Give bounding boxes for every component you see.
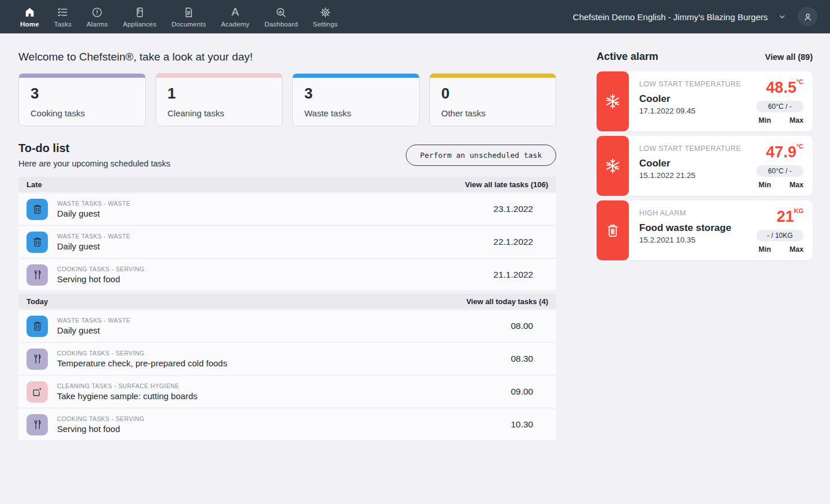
task-category: COOKING TASKS - SERVING (57, 415, 145, 422)
home-icon (24, 6, 36, 18)
alarm-limits: - / 10KG (756, 230, 803, 241)
stat-card-cooking[interactable]: 3 Cooking tasks (18, 73, 146, 126)
nav-items: Home Tasks Alarms (13, 3, 345, 31)
nav-item-alarms[interactable]: Alarms (79, 3, 115, 31)
todo-subtitle: Here are your upcoming scheduled tasks (18, 159, 171, 168)
task-time: 08.00 (511, 321, 548, 331)
task-category: COOKING TASKS - SERVING (57, 350, 227, 357)
task-title: Serving hot food (57, 424, 145, 434)
alarm-body: HIGH ALARM Food waste storage 15.2.2021 … (629, 200, 813, 260)
alarm-value-unit: KG (794, 207, 804, 214)
stat-card-cleaning[interactable]: 1 Cleaning tasks (156, 73, 283, 126)
alarm-minmax-labels: Min Max (759, 245, 803, 253)
trash-icon (27, 316, 48, 337)
alarm-datetime: 15.1.2022 21.25 (639, 171, 748, 180)
user-avatar[interactable] (798, 7, 817, 26)
appliances-icon (134, 6, 146, 18)
alarm-datetime: 15.2.2021 10.35 (639, 236, 748, 244)
nav-item-documents[interactable]: Documents (164, 3, 213, 31)
task-date: 21.1.2022 (493, 270, 548, 280)
section-label: Late (27, 180, 42, 189)
alarm-details: LOW START TEMPERATURE Cooler 15.1.2022 2… (639, 145, 748, 196)
task-category: COOKING TASKS - SERVING (57, 266, 145, 272)
task-row[interactable]: WASTE TASKS - WASTE Daily guest 08.00 (18, 310, 556, 342)
view-all-today-tasks-link[interactable]: View all today tasks (4) (466, 297, 548, 306)
max-label: Max (790, 245, 803, 253)
task-info: WASTE TASKS - WASTE Daily guest (57, 317, 130, 335)
nav-item-dashboard[interactable]: Dashboard (257, 3, 305, 31)
task-info: COOKING TASKS - SERVING Serving hot food (57, 266, 145, 284)
task-category: CLEANING TASKS - SURFACE HYGIENE (57, 382, 197, 389)
nav-item-settings[interactable]: Settings (305, 3, 345, 31)
max-label: Max (790, 116, 803, 124)
task-title: Daily guest (57, 209, 130, 218)
alarm-value-number: 48.5 (766, 79, 797, 96)
task-row[interactable]: WASTE TASKS - WASTE Daily guest 23.1.202… (18, 194, 556, 225)
min-label: Min (759, 116, 771, 124)
section-label: Today (27, 297, 48, 306)
task-category: WASTE TASKS - WASTE (57, 200, 130, 207)
task-row[interactable]: WASTE TASKS - WASTE Daily guest 22.1.202… (18, 226, 556, 257)
stat-cards: 3 Cooking tasks 1 Cleaning tasks 3 Waste… (18, 73, 556, 126)
alarm-card[interactable]: LOW START TEMPERATURE Cooler 17.1.2022 0… (597, 71, 813, 131)
alarm-header: Active alarm View all (89) (597, 51, 813, 63)
stat-count: 1 (168, 86, 282, 101)
nav-item-home[interactable]: Home (13, 3, 47, 31)
account-name[interactable]: Chefstein Demo English - Jimmy’s Blazing… (573, 12, 768, 22)
nav-item-tasks[interactable]: Tasks (47, 3, 79, 31)
academy-icon: A (232, 6, 239, 18)
task-date: 22.1.2022 (493, 237, 548, 247)
alarm-datetime: 17.1.2022 09.45 (639, 107, 748, 115)
nav-item-appliances[interactable]: Appliances (115, 3, 164, 31)
stat-count: 0 (442, 86, 556, 101)
stat-label: Waste tasks (304, 108, 419, 118)
task-category: WASTE TASKS - WASTE (57, 317, 130, 324)
task-row[interactable]: COOKING TASKS - SERVING Serving hot food… (18, 259, 556, 290)
min-label: Min (759, 245, 771, 253)
person-icon (802, 12, 813, 22)
welcome-heading: Welcome to Chefstein®, take a look at yo… (18, 51, 556, 63)
alarm-card[interactable]: HIGH ALARM Food waste storage 15.2.2021 … (597, 200, 813, 260)
stat-card-waste[interactable]: 3 Waste tasks (292, 73, 420, 126)
task-time: 10.30 (511, 419, 548, 430)
alarm-type: LOW START TEMPERATURE (639, 80, 748, 88)
alarm-value-unit: °C (797, 78, 803, 85)
snowflake-icon (597, 136, 629, 196)
alarm-body: LOW START TEMPERATURE Cooler 15.1.2022 2… (629, 136, 813, 196)
perform-unscheduled-task-button[interactable]: Perform an unscheduled task (406, 145, 556, 166)
task-title: Temperature check, pre-prepared cold foo… (57, 358, 227, 368)
view-all-late-tasks-link[interactable]: View all late tasks (106) (465, 180, 548, 189)
alarm-reading: 47.9°C 60°C / - Min Max (748, 145, 803, 196)
nav-item-academy[interactable]: A Academy (213, 3, 256, 31)
trash-icon (597, 200, 629, 260)
stat-count: 3 (304, 86, 419, 101)
chevron-down-icon[interactable] (778, 13, 786, 21)
fork-knife-icon (27, 348, 48, 370)
task-category: WASTE TASKS - WASTE (57, 233, 130, 240)
stat-count: 3 (31, 86, 145, 101)
alarm-limits: 60°C / - (756, 165, 803, 177)
alarms-icon (91, 6, 103, 18)
task-row[interactable]: CLEANING TASKS - SURFACE HYGIENE Take hy… (18, 376, 556, 407)
alarm-card[interactable]: LOW START TEMPERATURE Cooler 15.1.2022 2… (597, 136, 813, 196)
alarm-reading: 21KG - / 10KG Min Max (748, 209, 803, 260)
snowflake-icon (597, 71, 629, 131)
task-time: 09.00 (511, 386, 548, 397)
alarm-body: LOW START TEMPERATURE Cooler 17.1.2022 0… (629, 71, 813, 131)
stat-accent-bar (156, 74, 282, 78)
task-row[interactable]: COOKING TASKS - SERVING Temperature chec… (18, 343, 556, 374)
stat-label: Cleaning tasks (168, 108, 282, 118)
fork-knife-icon (27, 414, 48, 435)
task-date: 23.1.2022 (493, 204, 548, 214)
stat-card-other[interactable]: 0 Other tasks (429, 73, 557, 126)
alarm-type: HIGH ALARM (639, 209, 748, 217)
alarm-appliance-name: Cooler (639, 93, 748, 105)
task-row[interactable]: COOKING TASKS - SERVING Serving hot food… (18, 409, 556, 440)
documents-icon (183, 6, 195, 18)
task-title: Daily guest (57, 325, 130, 335)
dashboard-icon (275, 6, 287, 18)
task-title: Serving hot food (57, 274, 145, 284)
alarm-value: 48.5°C (766, 80, 803, 96)
view-all-alarms-link[interactable]: View all (89) (765, 52, 813, 62)
trash-icon (27, 199, 48, 220)
